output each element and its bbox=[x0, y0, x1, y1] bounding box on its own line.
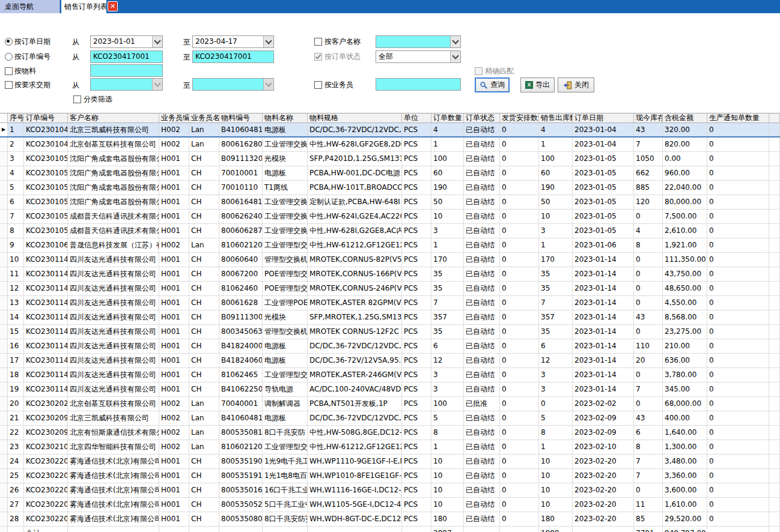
cell-stock[interactable]: 0 bbox=[634, 397, 663, 411]
cell-amount[interactable]: 22,040.00 bbox=[663, 181, 707, 195]
radio-by-order-date[interactable] bbox=[5, 38, 13, 46]
cell-customer[interactable]: 雾海通信技术(北京)有限公司 bbox=[68, 498, 159, 512]
cell-stock[interactable]: 0 bbox=[634, 325, 663, 339]
cell-customer[interactable]: 北京创基互联科技有限公司 bbox=[68, 138, 159, 151]
cell-stock[interactable]: 110 bbox=[634, 339, 663, 353]
cell-stock[interactable]: 43 bbox=[634, 411, 663, 425]
row-marker[interactable] bbox=[0, 440, 8, 454]
cell-filler[interactable] bbox=[769, 224, 780, 238]
cell-customer[interactable]: 四川友达光通科技有限公司 bbox=[68, 296, 159, 310]
cell-material-no[interactable]: 70010110 bbox=[219, 181, 263, 195]
cell-stock[interactable]: 7 bbox=[634, 455, 663, 468]
cell-ship-qty[interactable]: 0 bbox=[500, 397, 539, 411]
cell-stock[interactable]: 8 bbox=[634, 440, 663, 454]
cell-salesman-code[interactable]: H001 bbox=[159, 368, 189, 382]
cell-salesman-code[interactable]: H001 bbox=[159, 469, 189, 483]
cell-order-qty[interactable]: 357 bbox=[431, 310, 464, 324]
cell-status[interactable]: 已自动结 bbox=[464, 325, 500, 339]
cell-ship-qty[interactable]: 0 bbox=[500, 253, 539, 267]
cell-status[interactable]: 已自动结 bbox=[464, 253, 500, 267]
cell-seq[interactable]: 21 bbox=[8, 411, 24, 425]
cell-unit[interactable]: PCS bbox=[402, 181, 431, 195]
cell-order-date[interactable]: 2023-01-05 bbox=[573, 195, 634, 209]
cell-order-qty[interactable]: 35 bbox=[431, 282, 464, 295]
cell-material-no[interactable]: 物料编号 bbox=[219, 113, 263, 122]
cell-material-name[interactable]: 导轨电源 bbox=[263, 382, 308, 396]
cell-customer[interactable]: 四川友达光通科技有限公司 bbox=[68, 253, 159, 267]
cell-order-date[interactable]: 2023-01-14 bbox=[573, 339, 634, 353]
cell-status[interactable]: 已自动结 bbox=[464, 296, 500, 310]
cell-order-no[interactable]: KCO230105 bbox=[24, 210, 68, 223]
cell-order-qty[interactable]: 180 bbox=[431, 512, 464, 526]
cell-material-name[interactable]: 工业管理型交换机 bbox=[263, 238, 308, 252]
cell-salesman-name[interactable]: 业务员名 bbox=[189, 113, 219, 122]
cell-prod-notice-qty[interactable]: 0 bbox=[707, 440, 769, 454]
cell-outbound-qty[interactable]: 8 bbox=[539, 426, 573, 440]
cell-ship-qty[interactable]: 0 bbox=[500, 339, 539, 353]
checkbox-by-material[interactable] bbox=[5, 67, 13, 75]
cell-salesman-name[interactable]: CH bbox=[189, 181, 219, 195]
row-marker[interactable] bbox=[0, 368, 8, 382]
cell-customer[interactable]: 四川友达光通科技有限公司 bbox=[68, 339, 159, 353]
cell-prod-notice-qty[interactable]: 0 bbox=[707, 382, 769, 396]
cell-status[interactable]: 已自动结 bbox=[464, 368, 500, 382]
row-marker[interactable] bbox=[0, 397, 8, 411]
row-marker[interactable] bbox=[0, 267, 8, 281]
cell-material-no[interactable]: 8106021202 bbox=[219, 440, 263, 454]
cell-outbound-qty[interactable]: 6 bbox=[539, 339, 573, 353]
cell-status[interactable]: 已自动结 bbox=[464, 181, 500, 195]
cell-unit[interactable]: PCS bbox=[402, 267, 431, 281]
cell-customer[interactable]: 成都普天信科通讯技术有限公司 bbox=[68, 224, 159, 238]
cell-amount[interactable]: 2,610.00 bbox=[663, 224, 707, 238]
cell-salesman-code[interactable]: H001 bbox=[159, 325, 189, 339]
cell-order-date[interactable]: 2023-02-10 bbox=[573, 440, 634, 454]
cell-outbound-qty[interactable]: 0 bbox=[539, 397, 573, 411]
cell-outbound-qty[interactable]: 销售出库数量 bbox=[539, 113, 573, 122]
cell-material-no[interactable]: B41824060 bbox=[219, 354, 263, 367]
cell-order-no[interactable]: KCO230114 bbox=[24, 282, 68, 295]
cell-customer[interactable]: 雾海通信技术(北京)有限公司 bbox=[68, 469, 159, 483]
table-row[interactable]: 12KCO230114四川友达光通科技有限公司H001CH81062460POE… bbox=[0, 282, 780, 296]
cell-unit[interactable]: PCS bbox=[402, 282, 431, 295]
cell-order-date[interactable]: 2023-01-14 bbox=[573, 368, 634, 382]
cell-unit[interactable]: PCS bbox=[402, 166, 431, 180]
cell-material-no[interactable]: 8006062870 bbox=[219, 224, 263, 238]
chevron-down-icon[interactable] bbox=[263, 36, 273, 47]
cell-seq[interactable]: 10 bbox=[8, 253, 24, 267]
cell-order-no[interactable]: KCO230209 bbox=[24, 426, 68, 440]
cell-stock[interactable]: 0 bbox=[634, 368, 663, 382]
cell-status[interactable]: 已自动结 bbox=[464, 426, 500, 440]
cell-ship-qty[interactable]: 0 bbox=[500, 138, 539, 151]
cell-order-qty[interactable]: 10 bbox=[431, 483, 464, 497]
cell-prod-notice-qty[interactable]: 0 bbox=[707, 310, 769, 324]
cell-material-no[interactable]: 81062460 bbox=[219, 282, 263, 295]
cell-customer[interactable]: 沈阳广角成套电器股份有限公司 bbox=[68, 195, 159, 209]
cell-stock[interactable]: 20 bbox=[634, 354, 663, 367]
table-row[interactable]: 9KCO230106普晟信息科技发展（江苏）有限公司H002Lan8106021… bbox=[0, 238, 780, 253]
cell-customer[interactable]: 北京创基互联科技有限公司 bbox=[68, 397, 159, 411]
order-date-to-combo[interactable]: 2023-04-17 bbox=[192, 35, 274, 48]
cell-material-no[interactable]: B091113200 bbox=[219, 152, 263, 166]
cell-salesman-name[interactable]: Lan bbox=[189, 426, 219, 440]
cell-amount[interactable]: 7,500.00 bbox=[663, 210, 707, 223]
cell-order-qty[interactable]: 1 bbox=[431, 238, 464, 252]
cell-material-name[interactable]: 电源板 bbox=[263, 123, 308, 136]
cell-unit[interactable]: PCS bbox=[402, 210, 431, 223]
cell-order-date[interactable]: 2023-01-14 bbox=[573, 296, 634, 310]
cell-outbound-qty[interactable]: 180 bbox=[539, 512, 573, 526]
cell-filler[interactable] bbox=[769, 113, 780, 122]
cell-filler[interactable] bbox=[769, 440, 780, 454]
cell-spec[interactable]: PCBA,NT501开发板,1P bbox=[308, 397, 402, 411]
cell-unit[interactable]: PCS bbox=[402, 382, 431, 396]
cell-order-qty[interactable]: 1 bbox=[431, 440, 464, 454]
cell-order-date[interactable]: 2023-01-14 bbox=[573, 354, 634, 367]
cell-stock[interactable]: 1050 bbox=[634, 152, 663, 166]
cell-seq[interactable]: 序号 bbox=[8, 113, 24, 122]
cell-spec[interactable]: 定制认证款,PCBA,HW-648I bbox=[308, 195, 402, 209]
row-marker[interactable] bbox=[0, 296, 8, 310]
cell-order-qty[interactable]: 1 bbox=[431, 138, 464, 151]
cell-prod-notice-qty[interactable]: 0 bbox=[707, 123, 769, 136]
table-row[interactable]: 14KCO230114四川友达光通科技有限公司H001CHB09111300光模… bbox=[0, 310, 780, 325]
table-row[interactable]: 10KCO230114四川友达光通科技有限公司H001CH80060640管理型… bbox=[0, 253, 780, 267]
cell-prod-notice-qty[interactable]: 0 bbox=[707, 181, 769, 195]
